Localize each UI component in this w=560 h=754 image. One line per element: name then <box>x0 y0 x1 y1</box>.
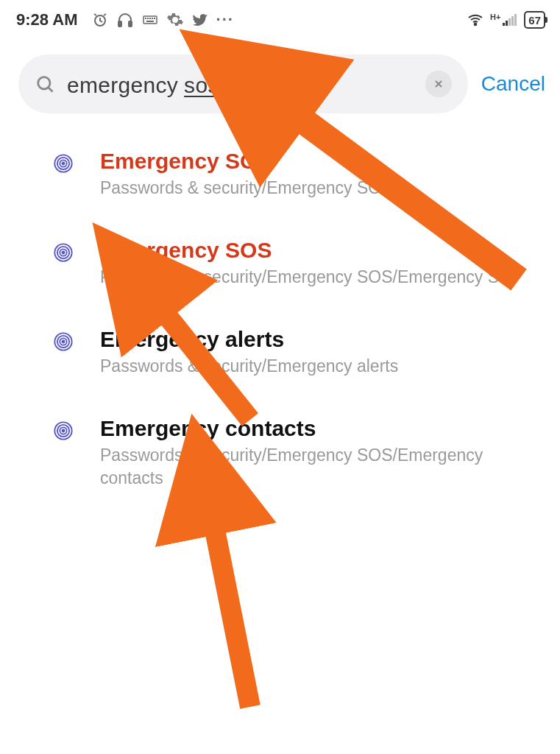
fingerprint-icon <box>53 420 74 441</box>
search-results: Emergency SOS Passwords & security/Emerg… <box>0 122 560 528</box>
svg-rect-7 <box>152 18 153 19</box>
fingerprint-icon <box>53 153 74 174</box>
fingerprint-icon <box>53 242 74 263</box>
svg-rect-15 <box>514 14 517 26</box>
status-time: 9:28 AM <box>16 10 78 29</box>
search-query-part1: emergency <box>67 73 178 98</box>
search-result[interactable]: Emergency alerts Passwords & security/Em… <box>0 327 560 416</box>
search-result-path: Passwords & security/Emergency SOS/Emerg… <box>100 266 539 289</box>
cancel-button[interactable]: Cancel <box>481 72 545 96</box>
battery-percent: 67 <box>528 15 541 26</box>
search-query: emergency sos <box>67 71 414 98</box>
clear-search-button[interactable] <box>425 71 452 97</box>
svg-rect-13 <box>508 18 511 26</box>
search-result-body: Emergency contacts Passwords & security/… <box>100 416 539 490</box>
svg-rect-6 <box>149 18 151 19</box>
svg-rect-2 <box>129 21 132 27</box>
search-result-title: Emergency SOS <box>100 149 539 174</box>
svg-rect-3 <box>143 16 157 24</box>
text-caret <box>221 74 222 96</box>
svg-rect-8 <box>154 18 155 19</box>
search-result-path: Passwords & security/Emergency alerts <box>100 355 539 378</box>
headphones-icon <box>116 11 134 29</box>
alarm-icon <box>91 11 109 29</box>
svg-rect-9 <box>146 21 154 22</box>
svg-rect-1 <box>118 21 121 27</box>
svg-point-10 <box>475 24 477 26</box>
search-result-title: Emergency SOS <box>100 238 539 263</box>
more-icon: ··· <box>216 10 234 29</box>
search-icon <box>35 74 55 94</box>
search-result-body: Emergency alerts Passwords & security/Em… <box>100 327 539 378</box>
status-right: H+ 67 <box>467 11 545 29</box>
search-result[interactable]: Emergency SOS Passwords & security/Emerg… <box>0 149 560 238</box>
search-result-body: Emergency SOS Passwords & security/Emerg… <box>100 238 539 289</box>
search-result-body: Emergency SOS Passwords & security/Emerg… <box>100 149 539 200</box>
gear-icon <box>166 11 184 29</box>
wifi-icon <box>467 11 484 29</box>
status-left: 9:28 AM ··· <box>16 10 234 29</box>
svg-point-32 <box>62 430 64 432</box>
svg-point-24 <box>62 252 64 254</box>
network-type: H+ <box>490 14 500 21</box>
search-query-part2: sos <box>184 73 219 98</box>
fingerprint-icon <box>53 331 74 352</box>
svg-rect-12 <box>506 21 508 26</box>
svg-rect-4 <box>145 18 146 19</box>
search-result-title: Emergency contacts <box>100 416 539 441</box>
svg-rect-11 <box>503 23 505 26</box>
search-result[interactable]: Emergency SOS Passwords & security/Emerg… <box>0 238 560 327</box>
search-result-path: Passwords & security/Emergency SOS/Emerg… <box>100 444 539 490</box>
svg-point-20 <box>62 162 64 164</box>
twitter-icon <box>191 11 209 29</box>
svg-point-28 <box>62 341 64 343</box>
search-result[interactable]: Emergency contacts Passwords & security/… <box>0 416 560 528</box>
battery-indicator: 67 <box>524 11 545 29</box>
network-indicator: H+ <box>490 14 518 26</box>
search-result-path: Passwords & security/Emergency SO <box>100 177 539 200</box>
svg-point-16 <box>38 77 50 89</box>
svg-rect-14 <box>511 16 514 26</box>
search-result-title: Emergency alerts <box>100 327 539 352</box>
search-row: emergency sos Cancel <box>0 40 560 122</box>
status-bar: 9:28 AM ··· H+ 67 <box>0 0 560 40</box>
close-icon <box>433 78 444 90</box>
search-input[interactable]: emergency sos <box>18 54 468 113</box>
svg-rect-5 <box>147 18 149 19</box>
keyboard-icon <box>141 11 159 29</box>
svg-line-35 <box>213 523 250 707</box>
